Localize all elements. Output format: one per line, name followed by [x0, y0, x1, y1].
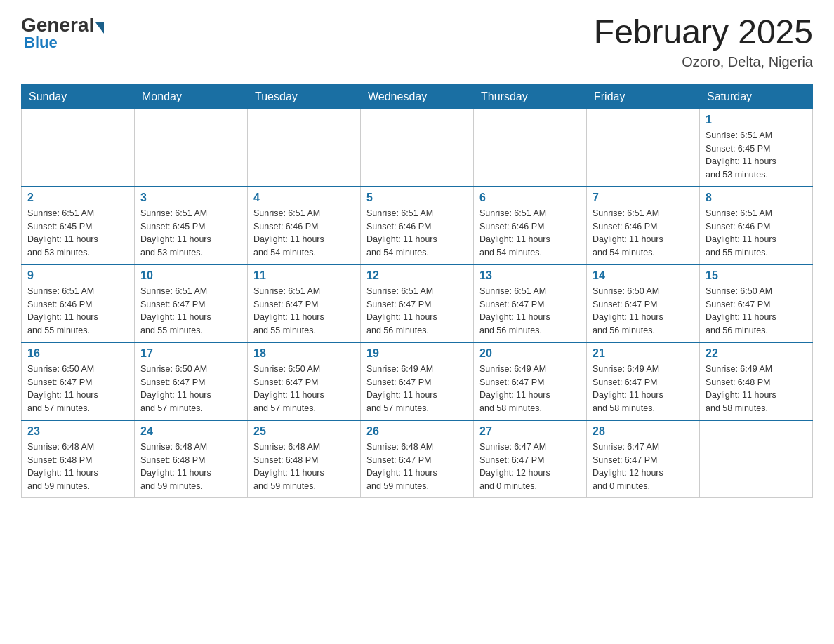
day-info: Sunrise: 6:49 AMSunset: 6:48 PMDaylight:…	[706, 363, 807, 415]
calendar-cell	[22, 109, 135, 187]
calendar-cell: 24Sunrise: 6:48 AMSunset: 6:48 PMDayligh…	[135, 420, 248, 498]
calendar-cell: 18Sunrise: 6:50 AMSunset: 6:47 PMDayligh…	[248, 342, 361, 420]
day-headers-row: SundayMondayTuesdayWednesdayThursdayFrid…	[22, 84, 813, 109]
calendar-cell: 20Sunrise: 6:49 AMSunset: 6:47 PMDayligh…	[474, 342, 587, 420]
week-row-3: 9Sunrise: 6:51 AMSunset: 6:46 PMDaylight…	[22, 264, 813, 342]
day-number: 22	[706, 347, 807, 360]
calendar-cell: 4Sunrise: 6:51 AMSunset: 6:46 PMDaylight…	[248, 187, 361, 264]
day-info: Sunrise: 6:49 AMSunset: 6:47 PMDaylight:…	[593, 363, 694, 415]
day-number: 17	[140, 347, 241, 360]
day-header-tuesday: Tuesday	[248, 84, 361, 109]
calendar-cell: 1Sunrise: 6:51 AMSunset: 6:45 PMDaylight…	[700, 109, 813, 187]
day-header-monday: Monday	[135, 84, 248, 109]
calendar-cell: 11Sunrise: 6:51 AMSunset: 6:47 PMDayligh…	[248, 264, 361, 342]
calendar-cell: 13Sunrise: 6:51 AMSunset: 6:47 PMDayligh…	[474, 264, 587, 342]
day-number: 14	[593, 269, 694, 282]
day-header-saturday: Saturday	[700, 84, 813, 109]
calendar-cell	[248, 109, 361, 187]
calendar-cell: 19Sunrise: 6:49 AMSunset: 6:47 PMDayligh…	[361, 342, 474, 420]
day-number: 26	[366, 425, 468, 438]
day-info: Sunrise: 6:48 AMSunset: 6:48 PMDaylight:…	[253, 441, 355, 493]
day-info: Sunrise: 6:49 AMSunset: 6:47 PMDaylight:…	[366, 363, 468, 415]
day-number: 28	[593, 425, 694, 438]
calendar-cell: 6Sunrise: 6:51 AMSunset: 6:46 PMDaylight…	[474, 187, 587, 264]
day-number: 7	[593, 192, 694, 204]
calendar-cell	[587, 109, 700, 187]
calendar-table: SundayMondayTuesdayWednesdayThursdayFrid…	[21, 84, 813, 498]
day-info: Sunrise: 6:48 AMSunset: 6:47 PMDaylight:…	[366, 441, 468, 493]
day-number: 6	[479, 192, 581, 204]
week-row-2: 2Sunrise: 6:51 AMSunset: 6:45 PMDaylight…	[22, 187, 813, 264]
calendar-subtitle: Ozoro, Delta, Nigeria	[594, 54, 813, 70]
day-info: Sunrise: 6:51 AMSunset: 6:45 PMDaylight:…	[27, 207, 128, 260]
calendar-cell: 3Sunrise: 6:51 AMSunset: 6:45 PMDaylight…	[135, 187, 248, 264]
page-header: General Blue February 2025 Ozoro, Delta,…	[21, 14, 813, 70]
day-info: Sunrise: 6:51 AMSunset: 6:46 PMDaylight:…	[479, 207, 581, 260]
day-info: Sunrise: 6:50 AMSunset: 6:47 PMDaylight:…	[253, 363, 355, 415]
calendar-cell: 9Sunrise: 6:51 AMSunset: 6:46 PMDaylight…	[22, 264, 135, 342]
calendar-title: February 2025	[594, 14, 813, 51]
day-number: 4	[253, 192, 355, 204]
day-number: 27	[479, 425, 581, 438]
day-info: Sunrise: 6:50 AMSunset: 6:47 PMDaylight:…	[706, 285, 807, 337]
calendar-cell	[700, 420, 813, 498]
day-info: Sunrise: 6:51 AMSunset: 6:46 PMDaylight:…	[253, 207, 355, 260]
calendar-cell: 21Sunrise: 6:49 AMSunset: 6:47 PMDayligh…	[587, 342, 700, 420]
calendar-cell: 16Sunrise: 6:50 AMSunset: 6:47 PMDayligh…	[22, 342, 135, 420]
calendar-cell: 26Sunrise: 6:48 AMSunset: 6:47 PMDayligh…	[361, 420, 474, 498]
day-number: 19	[366, 347, 468, 360]
day-number: 16	[27, 347, 128, 360]
calendar-cell: 8Sunrise: 6:51 AMSunset: 6:46 PMDaylight…	[700, 187, 813, 264]
day-info: Sunrise: 6:51 AMSunset: 6:47 PMDaylight:…	[366, 285, 468, 337]
day-header-wednesday: Wednesday	[361, 84, 474, 109]
calendar-cell: 17Sunrise: 6:50 AMSunset: 6:47 PMDayligh…	[135, 342, 248, 420]
calendar-cell: 10Sunrise: 6:51 AMSunset: 6:47 PMDayligh…	[135, 264, 248, 342]
week-row-5: 23Sunrise: 6:48 AMSunset: 6:48 PMDayligh…	[22, 420, 813, 498]
calendar-cell: 15Sunrise: 6:50 AMSunset: 6:47 PMDayligh…	[700, 264, 813, 342]
day-header-thursday: Thursday	[474, 84, 587, 109]
week-row-4: 16Sunrise: 6:50 AMSunset: 6:47 PMDayligh…	[22, 342, 813, 420]
calendar-cell: 14Sunrise: 6:50 AMSunset: 6:47 PMDayligh…	[587, 264, 700, 342]
calendar-cell	[361, 109, 474, 187]
calendar-cell: 23Sunrise: 6:48 AMSunset: 6:48 PMDayligh…	[22, 420, 135, 498]
day-number: 3	[140, 192, 241, 204]
calendar-cell: 27Sunrise: 6:47 AMSunset: 6:47 PMDayligh…	[474, 420, 587, 498]
week-row-1: 1Sunrise: 6:51 AMSunset: 6:45 PMDaylight…	[22, 109, 813, 187]
day-info: Sunrise: 6:51 AMSunset: 6:47 PMDaylight:…	[479, 285, 581, 337]
title-area: February 2025 Ozoro, Delta, Nigeria	[594, 14, 813, 70]
day-info: Sunrise: 6:48 AMSunset: 6:48 PMDaylight:…	[27, 441, 128, 493]
day-number: 23	[27, 425, 128, 438]
calendar-cell: 5Sunrise: 6:51 AMSunset: 6:46 PMDaylight…	[361, 187, 474, 264]
day-info: Sunrise: 6:50 AMSunset: 6:47 PMDaylight:…	[27, 363, 128, 415]
day-number: 8	[706, 192, 807, 204]
day-number: 11	[253, 269, 355, 282]
calendar-cell: 25Sunrise: 6:48 AMSunset: 6:48 PMDayligh…	[248, 420, 361, 498]
day-number: 2	[27, 192, 128, 204]
day-info: Sunrise: 6:51 AMSunset: 6:45 PMDaylight:…	[706, 129, 807, 182]
day-number: 1	[706, 114, 807, 126]
logo: General Blue	[21, 14, 104, 52]
day-info: Sunrise: 6:47 AMSunset: 6:47 PMDaylight:…	[593, 441, 694, 493]
calendar-cell: 2Sunrise: 6:51 AMSunset: 6:45 PMDaylight…	[22, 187, 135, 264]
day-number: 25	[253, 425, 355, 438]
calendar-cell	[474, 109, 587, 187]
day-number: 20	[479, 347, 581, 360]
calendar-cell: 12Sunrise: 6:51 AMSunset: 6:47 PMDayligh…	[361, 264, 474, 342]
logo-blue-text: Blue	[24, 34, 104, 52]
day-info: Sunrise: 6:51 AMSunset: 6:46 PMDaylight:…	[593, 207, 694, 260]
day-info: Sunrise: 6:47 AMSunset: 6:47 PMDaylight:…	[479, 441, 581, 493]
day-info: Sunrise: 6:51 AMSunset: 6:46 PMDaylight:…	[706, 207, 807, 260]
day-info: Sunrise: 6:48 AMSunset: 6:48 PMDaylight:…	[140, 441, 241, 493]
calendar-cell	[135, 109, 248, 187]
day-number: 10	[140, 269, 241, 282]
day-number: 21	[593, 347, 694, 360]
day-number: 18	[253, 347, 355, 360]
day-number: 15	[706, 269, 807, 282]
calendar-cell: 22Sunrise: 6:49 AMSunset: 6:48 PMDayligh…	[700, 342, 813, 420]
day-number: 13	[479, 269, 581, 282]
day-info: Sunrise: 6:51 AMSunset: 6:45 PMDaylight:…	[140, 207, 241, 260]
day-header-friday: Friday	[587, 84, 700, 109]
day-number: 24	[140, 425, 241, 438]
day-info: Sunrise: 6:51 AMSunset: 6:46 PMDaylight:…	[27, 285, 128, 337]
day-info: Sunrise: 6:50 AMSunset: 6:47 PMDaylight:…	[140, 363, 241, 415]
